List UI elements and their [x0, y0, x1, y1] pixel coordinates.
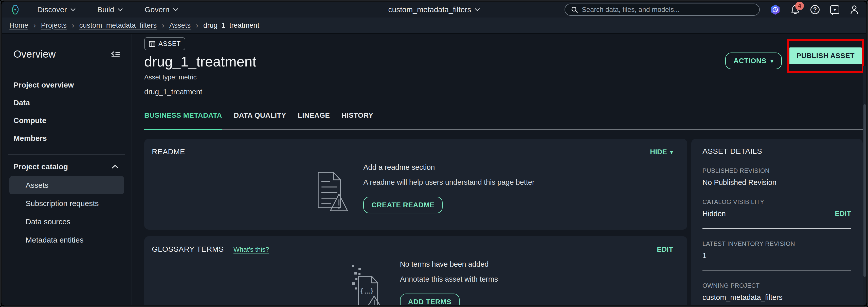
annotation-highlight-box: PUBLISH ASSET — [787, 39, 864, 73]
sidebar-item-project-overview[interactable]: Project overview — [2, 76, 131, 94]
readme-section: README HIDE ▾ — [144, 139, 687, 230]
svg-text:{: { — [361, 287, 363, 295]
nav-govern[interactable]: Govern — [145, 5, 178, 14]
scrollbar-thumb[interactable] — [863, 104, 866, 277]
notification-count-badge: 4 — [795, 2, 804, 10]
user-icon — [850, 5, 859, 15]
readme-heading: README — [152, 147, 185, 156]
tab-bar: BUSINESS METADATA DATA QUALITY LINEAGE H… — [144, 111, 866, 130]
hide-label: HIDE — [650, 148, 667, 156]
sidebar-item-assets[interactable]: Assets — [9, 176, 124, 194]
breadcrumb-projects[interactable]: Projects — [41, 21, 67, 29]
field-value: 1 — [703, 251, 707, 260]
datazone-logo-icon[interactable] — [9, 4, 21, 16]
svg-text:...: ... — [365, 287, 370, 295]
sidebar: Overview Project overview Data Compute M… — [2, 34, 132, 305]
project-selector-label: custom_metadata_filters — [389, 5, 471, 14]
breadcrumb-separator: › — [196, 21, 198, 30]
search-input[interactable] — [582, 6, 753, 14]
readme-empty-title: Add a readme section — [363, 163, 534, 171]
project-catalog-label: Project catalog — [13, 162, 68, 171]
breadcrumb-assets[interactable]: Assets — [169, 21, 191, 29]
amazon-q-icon[interactable] — [770, 4, 780, 15]
feedback-icon: ♥ — [830, 5, 839, 14]
scrollbar[interactable] — [863, 66, 866, 305]
notifications-button[interactable]: 4 — [791, 5, 800, 15]
actions-button[interactable]: ACTIONS ▾ — [725, 53, 781, 69]
catalog-visibility-edit-link[interactable]: EDIT — [835, 210, 851, 218]
project-selector-dropdown[interactable]: custom_metadata_filters — [389, 5, 480, 14]
table-icon — [149, 40, 155, 47]
sidebar-title: Overview — [13, 49, 56, 60]
global-search[interactable] — [564, 4, 760, 16]
asset-badge-label: ASSET — [158, 40, 181, 48]
field-label: OWNING PROJECT — [703, 282, 851, 289]
breadcrumb-separator: › — [33, 21, 36, 30]
glossary-whats-this-link[interactable]: What's this? — [234, 246, 269, 253]
field-label: LATEST INVENTORY REVISION — [703, 240, 851, 247]
breadcrumb-project-name[interactable]: custom_metadata_filters — [79, 21, 157, 29]
glossary-empty-title: No terms have been added — [400, 260, 498, 269]
nav-discover-label: Discover — [37, 5, 67, 14]
search-icon — [571, 6, 578, 13]
tab-data-quality[interactable]: DATA QUALITY — [234, 111, 286, 129]
app-window: Discover Build Govern custom_metadata_fi… — [2, 2, 866, 305]
chevron-down-icon — [173, 8, 178, 11]
panel-divider — [703, 270, 851, 271]
create-readme-button[interactable]: CREATE README — [363, 197, 443, 213]
chevron-down-icon — [70, 8, 75, 11]
glossary-edit-link[interactable]: EDIT — [657, 245, 673, 253]
add-terms-button[interactable]: ADD TERMS — [400, 294, 460, 306]
glossary-empty-subtitle: Annotate this asset with terms — [400, 275, 498, 283]
field-label: CATALOG VISIBILITY — [703, 198, 851, 205]
actions-button-label: ACTIONS — [734, 57, 766, 65]
sidebar-item-data-sources[interactable]: Data sources — [2, 213, 131, 231]
chevron-up-icon — [112, 165, 118, 169]
glossary-empty-terms-icon: { ... } — [347, 260, 385, 306]
field-value: No Published Revision — [703, 178, 776, 187]
breadcrumb: Home › Projects › custom_metadata_filter… — [2, 18, 866, 34]
field-catalog-visibility: CATALOG VISIBILITY Hidden EDIT — [703, 198, 851, 218]
help-button[interactable]: ? — [810, 5, 819, 14]
nav-build[interactable]: Build — [97, 5, 123, 14]
sidebar-divider — [8, 154, 125, 155]
breadcrumb-home[interactable]: Home — [9, 21, 28, 29]
breadcrumb-current-page: drug_1_treatment — [203, 21, 259, 29]
help-icon: ? — [810, 5, 819, 14]
nav-discover[interactable]: Discover — [37, 5, 75, 14]
caret-down-icon: ▾ — [670, 149, 673, 155]
sidebar-item-data[interactable]: Data — [2, 94, 131, 112]
publish-asset-button[interactable]: PUBLISH ASSET — [789, 48, 862, 64]
feedback-button[interactable]: ♥ — [830, 5, 839, 14]
collapse-sidebar-icon[interactable] — [110, 50, 120, 58]
sidebar-item-metadata-entities[interactable]: Metadata entities — [2, 231, 131, 249]
chevron-down-icon — [118, 8, 123, 11]
readme-hide-toggle[interactable]: HIDE ▾ — [650, 148, 673, 156]
sidebar-item-members[interactable]: Members — [2, 130, 131, 147]
nav-govern-label: Govern — [145, 5, 169, 14]
field-value: custom_metadata_filters — [703, 293, 782, 302]
sidebar-item-compute[interactable]: Compute — [2, 112, 131, 130]
breadcrumb-separator: › — [162, 21, 164, 30]
glossary-heading: GLOSSARY TERMS — [152, 245, 224, 253]
field-owning-project: OWNING PROJECT custom_metadata_filters — [703, 282, 851, 302]
tab-lineage[interactable]: LINEAGE — [298, 111, 330, 129]
readme-empty-document-icon — [311, 163, 348, 214]
asset-details-panel: ASSET DETAILS PUBLISHED REVISION No Publ… — [691, 139, 863, 306]
field-latest-inventory-revision: LATEST INVENTORY REVISION 1 — [703, 240, 851, 260]
tab-business-metadata[interactable]: BUSINESS METADATA — [144, 111, 222, 130]
sidebar-section-project-catalog[interactable]: Project catalog — [2, 157, 131, 176]
asset-details-heading: ASSET DETAILS — [703, 147, 851, 156]
nav-build-label: Build — [97, 5, 114, 14]
readme-empty-subtitle: A readme will help users understand this… — [363, 178, 534, 187]
top-navigation-bar: Discover Build Govern custom_metadata_fi… — [2, 2, 866, 18]
sidebar-item-subscription-requests[interactable]: Subscription requests — [2, 194, 131, 213]
primary-nav: Discover Build Govern — [37, 5, 178, 14]
tab-history[interactable]: HISTORY — [341, 111, 373, 129]
asset-type-text: Asset type: metric — [144, 73, 866, 81]
user-menu-button[interactable] — [850, 5, 859, 15]
topbar-utilities: 4 ? ♥ — [564, 4, 859, 16]
svg-text:}: } — [371, 287, 373, 295]
caret-down-icon: ▾ — [770, 58, 774, 64]
chevron-down-icon — [474, 8, 479, 11]
